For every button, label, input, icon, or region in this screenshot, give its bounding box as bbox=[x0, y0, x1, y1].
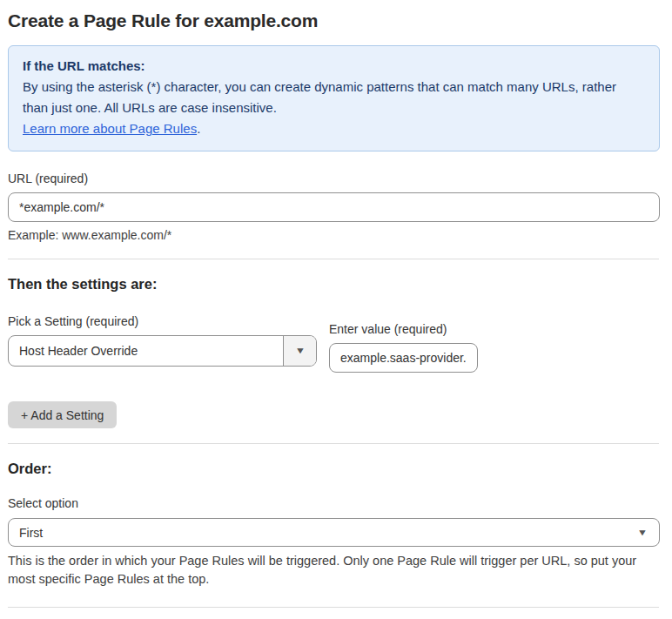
chevron-down-icon: ▼ bbox=[294, 347, 305, 355]
url-field-group: URL (required) Example: www.example.com/… bbox=[8, 172, 659, 242]
info-box-heading: If the URL matches: bbox=[23, 56, 645, 77]
divider bbox=[8, 443, 659, 444]
url-match-info-box: If the URL matches: By using the asteris… bbox=[8, 45, 660, 151]
chevron-down-icon: ▼ bbox=[637, 528, 648, 537]
order-select[interactable]: First ▼ bbox=[8, 518, 660, 547]
order-select-value: First bbox=[19, 526, 43, 540]
setting-select[interactable]: Host Header Override ▼ bbox=[8, 335, 317, 367]
url-example-hint: Example: www.example.com/* bbox=[8, 228, 659, 242]
select-option-label: Select option bbox=[8, 496, 659, 510]
enter-value-group: Enter value (required) bbox=[329, 314, 478, 373]
setting-value-input[interactable] bbox=[329, 343, 478, 373]
divider bbox=[8, 259, 659, 259]
page-title: Create a Page Rule for example.com bbox=[8, 10, 659, 31]
learn-more-link[interactable]: Learn more about Page Rules bbox=[23, 121, 197, 136]
order-heading: Order: bbox=[8, 461, 659, 477]
add-setting-button[interactable]: + Add a Setting bbox=[8, 401, 117, 428]
url-input[interactable] bbox=[8, 192, 660, 222]
settings-heading: Then the settings are: bbox=[8, 276, 659, 293]
pick-setting-group: Pick a Setting (required) Host Header Ov… bbox=[8, 314, 317, 373]
divider bbox=[8, 607, 659, 608]
pick-setting-label: Pick a Setting (required) bbox=[8, 314, 317, 328]
setting-select-value: Host Header Override bbox=[9, 344, 283, 358]
order-help-text: This is the order in which your Page Rul… bbox=[8, 552, 659, 589]
link-suffix: . bbox=[197, 121, 200, 136]
setting-select-caret-button[interactable]: ▼ bbox=[283, 336, 316, 366]
create-page-rule-panel: Create a Page Rule for example.com If th… bbox=[0, 0, 667, 619]
setting-row: Pick a Setting (required) Host Header Ov… bbox=[8, 314, 659, 373]
info-box-body: By using the asterisk (*) character, you… bbox=[23, 77, 642, 118]
info-box-link-line: Learn more about Page Rules. bbox=[23, 118, 645, 139]
enter-value-label: Enter value (required) bbox=[329, 322, 478, 336]
url-label: URL (required) bbox=[8, 172, 659, 185]
